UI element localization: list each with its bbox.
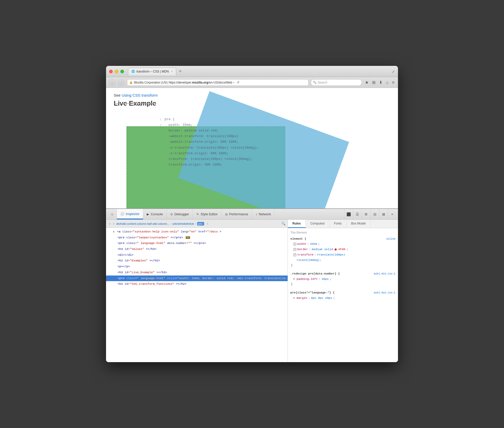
css-prop-padding-left: ▶ padding-left : 30px ;	[290, 277, 395, 282]
bookmark-icon[interactable]: ★	[364, 79, 370, 85]
collapse-arrow-redesign[interactable]: ▶	[293, 277, 295, 281]
html-line-anchor[interactable]: ▶ <a class="syntaxbox-help icon-only" la…	[106, 229, 288, 235]
tab-rules[interactable]: Rules	[288, 220, 306, 228]
tab-fonts[interactable]: Fonts	[329, 220, 346, 228]
css-prop-value-margin[interactable]: 0px 0px 20px	[311, 295, 332, 301]
dock-side-icon[interactable]: ⊠	[379, 209, 388, 219]
minimize-button[interactable]	[115, 70, 118, 73]
breadcrumb-prev-button[interactable]: ‹	[108, 221, 111, 226]
inspector-label: Inspector	[126, 212, 139, 216]
breadcrumb: ‹ › div#wiki-content.column-half.wiki-co…	[106, 220, 288, 228]
settings-icon[interactable]: ⚙	[362, 209, 370, 219]
css-selector-redesign: .redesign pre[data-number] {	[290, 271, 340, 277]
html-line-pre-selected[interactable]: <pre class=" language-html" style="width…	[106, 276, 288, 281]
html-line-dl[interactable]: <dl></dl>	[106, 252, 288, 258]
secure-icon: 🔒	[129, 81, 133, 84]
css-prop-value-padding[interactable]: 30px	[322, 277, 329, 282]
search-placeholder: Search	[318, 81, 327, 84]
html-line-h2-css[interactable]: <h2 id="CSS_transform_functions" ></h2>	[106, 281, 288, 287]
tab-inspector[interactable]: ⬜ Inspector	[117, 209, 143, 219]
css-prop-name-width: width	[297, 241, 306, 247]
search-bar[interactable]: 🔍 Search	[311, 79, 362, 86]
download-icon[interactable]: ⬇	[378, 79, 383, 85]
breadcrumb-item-div[interactable]: div#wiki-content.column-half.wiki-column…	[116, 222, 170, 225]
tab-title: transform – CSS | MDN	[136, 70, 169, 73]
breadcrumb-next-button[interactable]: ›	[112, 221, 115, 226]
css-checkbox-border[interactable]	[293, 248, 296, 251]
css-prop-value-border-start[interactable]: medium solid	[312, 247, 333, 252]
dock-bottom-icon[interactable]: ⊟	[370, 209, 379, 219]
see-text: See Using CSS transform	[114, 93, 390, 97]
html-line-pre-syntax[interactable]: <pre class="twopartsyntaxbox" ></pre> ev	[106, 235, 288, 241]
breadcrumb-item-current[interactable]: pre.	[197, 222, 204, 226]
new-tab-button[interactable]: +	[177, 68, 183, 75]
color-swatch-red[interactable]	[334, 248, 337, 251]
css-language-rule: pre[class*="language-"] { wiki-min.css:1…	[290, 290, 395, 301]
forward-icon: ›	[121, 80, 122, 84]
debugger-label: Debugger	[174, 212, 189, 216]
url-text: https://developer.mozilla.org/en-US/docs…	[169, 81, 232, 84]
performance-icon: ◎	[225, 212, 228, 216]
html-line-h3-live[interactable]: <h3 id="Live_Example" ></h3>	[106, 270, 288, 276]
forward-button[interactable]: ›	[118, 79, 125, 86]
breadcrumb-forward-button[interactable]: ›	[206, 221, 209, 226]
console-label: Console	[151, 212, 163, 216]
css-source-wiki2[interactable]: wiki-min.css:1	[374, 291, 395, 295]
tab-style-editor[interactable]: ✎ Style Editor	[193, 209, 221, 219]
breadcrumb-item-article[interactable]: article#wikiArticle	[173, 222, 194, 225]
devtools-panel: ⊹ ⬜ Inspector ▶ Console ⊙ Debugger ✎ Sty…	[106, 208, 398, 362]
tab-console[interactable]: ▶ Console	[143, 209, 167, 219]
tab-bar: 🌐 transform – CSS | MDN × +	[128, 68, 183, 75]
code-overlay: 1pre { 2 width: 33em; 3 border: medium s…	[160, 111, 258, 173]
tab-computed[interactable]: Computed	[306, 220, 329, 228]
html-line-h3-values[interactable]: <h3 id="Values" ></h3>	[106, 246, 288, 252]
css-checkbox-transform[interactable]	[293, 253, 296, 256]
css-selector-element: element {	[290, 236, 306, 242]
collapse-arrow-language[interactable]: ▶	[293, 296, 295, 300]
performance-label: Performance	[229, 212, 248, 216]
css-source-wiki1[interactable]: wiki-min.css:1	[374, 272, 395, 276]
style-editor-icon: ✎	[196, 212, 199, 216]
css-closing-brace-element: }	[290, 263, 395, 268]
refresh-icon[interactable]: ↺	[237, 80, 239, 84]
html-line-pre-language[interactable]: <pre class=" language-html" data-number=…	[106, 240, 288, 246]
tab-debugger[interactable]: ⊙ Debugger	[167, 209, 193, 219]
back-button[interactable]: ‹	[109, 79, 116, 86]
close-devtools-button[interactable]: ×	[388, 209, 396, 219]
tab-icon: 🌐	[131, 70, 135, 73]
html-line-p[interactable]: <p></p>	[106, 264, 288, 270]
element-picker-button[interactable]: ⊹	[108, 209, 117, 219]
toolbar-icons: ★ ⊞ ⬇ ⌂ ≡	[364, 79, 395, 85]
browser-window: 🌐 transform – CSS | MDN × + ⤢ ‹ › 🔒 Mozi…	[106, 66, 398, 362]
see-link[interactable]: Using CSS transform	[122, 93, 158, 97]
tab-performance[interactable]: ◎ Performance	[222, 209, 252, 219]
devtools-content: ‹ › div#wiki-content.column-half.wiki-co…	[106, 220, 398, 362]
css-prop-value-border-color[interactable]: #F00	[338, 247, 345, 252]
reading-mode-icon[interactable]: ⊞	[371, 79, 376, 85]
tab-network[interactable]: ↕ Network	[252, 209, 275, 219]
home-icon[interactable]: ⌂	[385, 80, 390, 85]
css-prop-value-transform[interactable]: translate(100px)	[317, 252, 345, 258]
tab-close-button[interactable]: ×	[171, 70, 173, 73]
css-tabs: Rules Computed Fonts Box Model	[288, 220, 398, 228]
css-checkbox-width[interactable]	[293, 243, 296, 246]
fullscreen-button[interactable]: ⤢	[392, 69, 395, 74]
css-prop-value-width[interactable]: 33em	[310, 241, 317, 247]
transform-area: 1pre { 2 width: 33em; 3 border: medium s…	[121, 103, 398, 208]
close-button[interactable]	[109, 70, 113, 73]
breadcrumb-search-button[interactable]: 🔍	[281, 222, 286, 226]
tab-box-model[interactable]: Box Model	[346, 220, 371, 228]
active-tab[interactable]: 🌐 transform – CSS | MDN ×	[128, 68, 176, 75]
addressbar: ‹ › 🔒 Mozilla Corporation (US) https://d…	[106, 77, 398, 88]
url-dropdown-icon[interactable]: ▾	[233, 81, 235, 84]
menu-icon[interactable]: ≡	[391, 80, 395, 85]
console-icon: ▶	[147, 212, 149, 216]
css-panel: Rules Computed Fonts Box Model This Elem…	[288, 220, 398, 362]
responsive-icon[interactable]: ☰	[353, 209, 362, 219]
screenshot-icon[interactable]: ⬛	[344, 209, 353, 219]
breadcrumb-arrow-1: ›	[171, 222, 172, 225]
picker-icon: ⊹	[111, 212, 114, 216]
maximize-button[interactable]	[120, 70, 124, 73]
html-line-h2-examples[interactable]: <h2 id="Examples" ></h2>	[106, 258, 288, 264]
url-bar[interactable]: 🔒 Mozilla Corporation (US) https://devel…	[127, 79, 309, 86]
